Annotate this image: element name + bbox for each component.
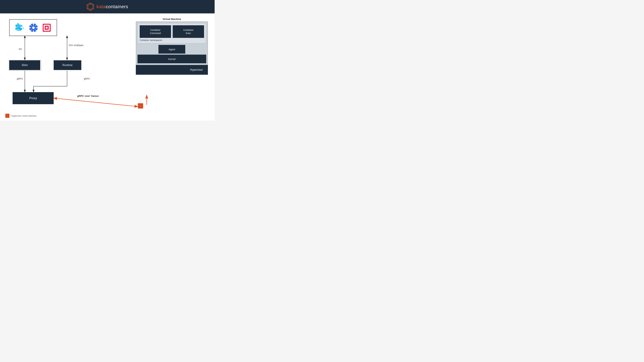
svg-rect-12 (17, 24, 19, 26)
container-ns-label: Container namespaces (140, 39, 204, 41)
svg-point-18 (16, 29, 20, 30)
svg-point-20 (22, 26, 23, 26)
svg-text:OCI cmd/spec: OCI cmd/spec (69, 44, 84, 46)
svg-text:gRPC: gRPC (84, 77, 90, 80)
legend-hypervisor-icon (5, 113, 10, 118)
header: katacontainers (0, 0, 214, 13)
proxy-box: Proxy (12, 92, 54, 104)
svg-rect-54 (140, 105, 142, 107)
svg-rect-14 (17, 23, 19, 25)
svg-point-19 (22, 26, 22, 27)
svg-rect-15 (21, 25, 22, 26)
container-namespaces: ContainerCommand ContainerExec Container… (138, 23, 206, 43)
svg-text:gRPC: gRPC (17, 77, 23, 80)
logo-text: katacontainers (96, 4, 128, 9)
svg-point-32 (33, 31, 34, 32)
runtime-box: Runtime (54, 60, 81, 70)
legend: Hypervisor serial interface (5, 113, 36, 118)
svg-point-38 (30, 30, 31, 31)
openstack-icon (42, 23, 51, 32)
kata-logo-icon (86, 3, 94, 11)
svg-rect-11 (16, 24, 17, 26)
container-exec-box: ContainerExec (173, 25, 204, 38)
orchestrators-box (9, 19, 57, 36)
svg-rect-9 (17, 26, 19, 27)
svg-rect-13 (19, 24, 20, 26)
svg-rect-42 (46, 27, 48, 29)
svg-point-34 (37, 27, 38, 28)
svg-point-31 (33, 23, 34, 24)
logo: katacontainers (86, 3, 128, 11)
kernel-box: Kernel (138, 55, 206, 63)
docker-icon (15, 23, 25, 32)
hypervisor-bar: Hypervisor (136, 65, 208, 75)
svg-line-49 (54, 98, 138, 106)
svg-point-22 (32, 26, 35, 29)
hypervisor-serial-icon-proxy (138, 103, 144, 110)
svg-point-33 (29, 27, 30, 28)
container-command-box: ContainerCommand (140, 25, 171, 38)
svg-rect-8 (16, 26, 17, 27)
agent-box: Agent (158, 45, 185, 54)
main-content: Shim Runtime Proxy Virtual Machine Conta… (0, 13, 214, 121)
virtual-machine-area: Virtual Machine ContainerCommand Contain… (136, 17, 208, 75)
vm-outer: ContainerCommand ContainerExec Container… (136, 21, 208, 65)
vm-label: Virtual Machine (136, 17, 208, 20)
svg-rect-57 (6, 115, 8, 116)
shim-box: Shim (9, 60, 40, 70)
svg-marker-1 (88, 4, 93, 9)
svg-point-36 (36, 30, 38, 31)
k8s-icon (29, 23, 38, 32)
svg-point-37 (36, 24, 38, 25)
svg-point-35 (30, 24, 31, 25)
svg-text:gRPC over Yamux: gRPC over Yamux (77, 94, 99, 97)
svg-point-17 (20, 28, 21, 29)
legend-text: Hypervisor serial interface (12, 115, 36, 117)
svg-text:I/O: I/O (19, 48, 22, 50)
svg-rect-10 (19, 26, 20, 27)
